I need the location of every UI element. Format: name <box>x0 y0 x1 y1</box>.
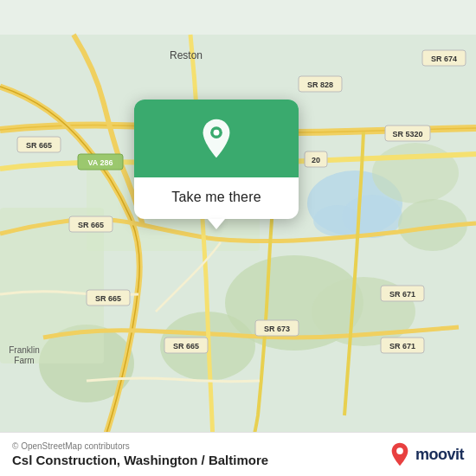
svg-text:SR 5320: SR 5320 <box>392 130 422 138</box>
popup-caret <box>208 219 225 229</box>
moovit-pin-icon <box>388 442 412 466</box>
svg-text:SR 665: SR 665 <box>173 342 199 351</box>
svg-text:20: 20 <box>312 156 320 164</box>
svg-text:Farm: Farm <box>14 356 34 365</box>
svg-point-3 <box>313 205 362 236</box>
svg-text:SR 673: SR 673 <box>264 325 290 333</box>
moovit-logo: moovit <box>388 442 464 466</box>
svg-text:SR 665: SR 665 <box>95 294 121 303</box>
bottom-left: © OpenStreetMap contributors Csl Constru… <box>12 441 268 467</box>
popup-green-area <box>134 100 299 177</box>
bottom-bar: © OpenStreetMap contributors Csl Constru… <box>0 432 476 476</box>
map-background: SR 674 SR 828 SR 665 SR 665 SR 665 SR 66… <box>0 0 476 476</box>
svg-text:SR 665: SR 665 <box>78 221 104 229</box>
svg-point-8 <box>372 143 459 203</box>
svg-text:SR 828: SR 828 <box>307 80 333 89</box>
moovit-brand-text: moovit <box>415 446 464 464</box>
svg-text:Franklin: Franklin <box>9 345 40 355</box>
location-pin-icon <box>196 118 237 159</box>
svg-text:VA 286: VA 286 <box>87 158 113 167</box>
attribution-text: © OpenStreetMap contributors <box>12 441 268 451</box>
popup-card: Take me there <box>134 100 299 219</box>
take-me-there-button[interactable]: Take me there <box>171 190 261 205</box>
svg-text:Reston: Reston <box>170 49 203 61</box>
svg-point-40 <box>214 130 220 136</box>
location-name: Csl Construction, Washington / Baltimore <box>12 453 268 467</box>
svg-point-41 <box>396 447 403 454</box>
svg-text:SR 674: SR 674 <box>431 55 457 63</box>
map-container: SR 674 SR 828 SR 665 SR 665 SR 665 SR 66… <box>0 0 476 476</box>
svg-text:SR 665: SR 665 <box>26 141 52 150</box>
svg-text:SR 671: SR 671 <box>389 342 415 351</box>
svg-text:SR 671: SR 671 <box>389 290 415 299</box>
